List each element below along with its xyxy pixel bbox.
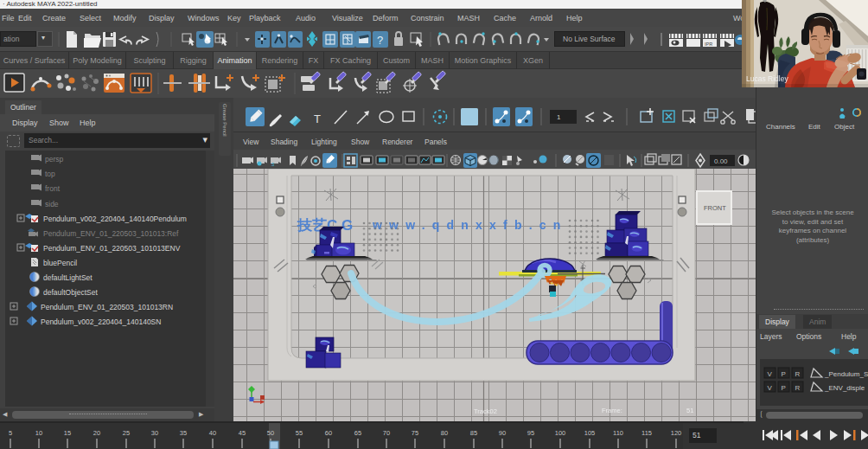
svg-text:35: 35: [180, 429, 187, 437]
svg-text:Pendulum_ENV_01_220503_101013:: Pendulum_ENV_01_220503_101013:Ref: [43, 229, 179, 238]
svg-text:Track02: Track02: [474, 407, 497, 415]
svg-text:P: P: [782, 384, 786, 392]
svg-text:R: R: [795, 370, 801, 378]
svg-text:95: 95: [527, 429, 534, 437]
svg-text:90: 90: [499, 429, 506, 437]
svg-text:www.qdnxxfb.cn: www.qdnxxfb.cn: [372, 218, 568, 232]
svg-text:_Pendulum_S: _Pendulum_S: [824, 370, 868, 378]
svg-text:defaultLightSet: defaultLightSet: [43, 273, 93, 282]
svg-text:1: 1: [557, 113, 561, 121]
svg-text:70: 70: [383, 429, 390, 437]
svg-text:Frame:: Frame:: [602, 407, 622, 414]
svg-text:25: 25: [123, 429, 130, 437]
svg-text:45: 45: [239, 429, 246, 437]
svg-text:persp: persp: [45, 155, 64, 164]
svg-text:30: 30: [151, 429, 158, 437]
svg-text:top: top: [45, 170, 55, 178]
svg-text:50: 50: [267, 429, 274, 437]
svg-text:115: 115: [641, 429, 652, 437]
svg-text:20: 20: [93, 429, 100, 437]
svg-text:Pendulum_ENV_01_220503_101013R: Pendulum_ENV_01_220503_101013RN: [41, 303, 173, 311]
svg-text:_ENV_disple: _ENV_disple: [824, 384, 865, 392]
svg-text:55: 55: [296, 429, 303, 437]
svg-text:10: 10: [35, 429, 42, 437]
svg-text:?: ?: [377, 34, 383, 47]
svg-text:120: 120: [671, 429, 682, 437]
svg-text:V: V: [768, 370, 773, 378]
svg-text:110: 110: [613, 429, 623, 437]
svg-text:65: 65: [354, 429, 361, 437]
svg-text:Pendulum_v002_220404_140140SN: Pendulum_v002_220404_140140SN: [41, 318, 161, 326]
svg-text:80: 80: [441, 429, 448, 437]
svg-text:front: front: [45, 184, 61, 193]
svg-text:51: 51: [686, 407, 693, 414]
svg-text:5: 5: [9, 429, 12, 437]
svg-text:15: 15: [64, 429, 71, 437]
svg-text:T: T: [314, 112, 321, 125]
svg-text:bluePencil: bluePencil: [43, 259, 77, 267]
svg-text:V: V: [768, 384, 773, 392]
svg-text:75: 75: [412, 429, 418, 437]
svg-text:Pendulum_ENV_01_220503_101013E: Pendulum_ENV_01_220503_101013ENV: [43, 244, 181, 253]
svg-text:85: 85: [470, 429, 477, 437]
svg-text:40: 40: [209, 429, 216, 437]
svg-text:R: R: [795, 384, 801, 392]
svg-text:105: 105: [584, 429, 596, 437]
svg-text:100: 100: [555, 429, 566, 437]
svg-text:FRONT: FRONT: [704, 204, 726, 212]
svg-text:side: side: [45, 200, 59, 208]
svg-text:0.00: 0.00: [714, 157, 728, 165]
svg-text:Lucas Ridley: Lucas Ridley: [746, 74, 788, 83]
svg-text:60: 60: [325, 429, 332, 437]
svg-text:defaultObjectSet: defaultObjectSet: [43, 288, 98, 297]
svg-text:P: P: [782, 370, 786, 378]
svg-text:IPR: IPR: [705, 42, 712, 47]
svg-text:Pendulum_v002_220404_140140Pen: Pendulum_v002_220404_140140Pendulum: [43, 215, 187, 223]
